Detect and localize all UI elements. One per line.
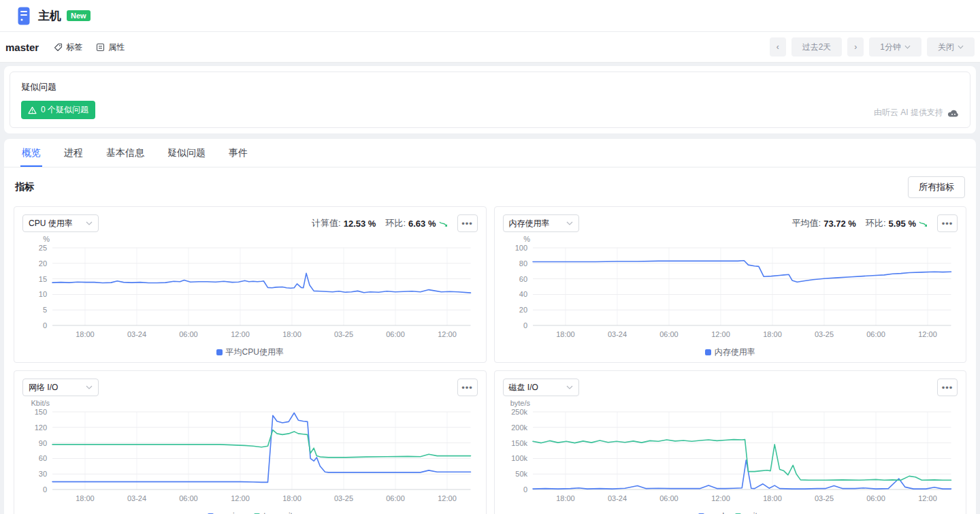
tab-processes[interactable]: 进程 bbox=[63, 139, 84, 167]
warning-icon bbox=[28, 106, 37, 114]
tab-events[interactable]: 事件 bbox=[227, 139, 249, 167]
app-header: 主机 New bbox=[0, 0, 980, 32]
svg-text:03-25: 03-25 bbox=[814, 494, 833, 502]
series-line-平均CPU使用率 bbox=[52, 273, 470, 293]
stat-value: 5.95 % bbox=[889, 219, 916, 229]
host-server-icon bbox=[18, 7, 30, 25]
svg-text:18:00: 18:00 bbox=[556, 494, 575, 502]
svg-text:18:00: 18:00 bbox=[282, 494, 301, 502]
svg-text:06:00: 06:00 bbox=[386, 494, 405, 502]
chart-header-cpu: CPU 使用率计算值:12.53 %环比:6.63 %••• bbox=[22, 214, 478, 233]
metric-select-memory[interactable]: 内存使用率 bbox=[503, 214, 579, 232]
svg-text:03-25: 03-25 bbox=[334, 494, 353, 502]
stat-value: 6.63 % bbox=[408, 219, 436, 229]
tab-suspected-issues[interactable]: 疑似问题 bbox=[166, 139, 207, 167]
tags-button[interactable]: 标签 bbox=[54, 42, 82, 53]
legend-label: transmit bbox=[263, 511, 293, 514]
more-options-button[interactable]: ••• bbox=[937, 214, 958, 232]
chart-card-cpu: CPU 使用率计算值:12.53 %环比:6.63 %•••%18:0003-2… bbox=[14, 206, 487, 363]
svg-text:80: 80 bbox=[519, 259, 527, 268]
svg-text:0: 0 bbox=[523, 321, 527, 330]
tags-label: 标签 bbox=[66, 42, 82, 53]
time-controls: ‹ 过去2天 › 1分钟 关闭 bbox=[770, 37, 975, 57]
svg-text:15: 15 bbox=[39, 275, 47, 283]
chevron-down-icon bbox=[566, 385, 573, 389]
svg-text:18:00: 18:00 bbox=[76, 330, 95, 338]
metric-select-cpu[interactable]: CPU 使用率 bbox=[22, 214, 99, 232]
stat-label: 环比: bbox=[866, 217, 886, 229]
metric-select-disk-io[interactable]: 磁盘 I/O bbox=[503, 379, 579, 396]
legend-label: receive bbox=[217, 511, 244, 514]
svg-text:%: % bbox=[43, 235, 50, 243]
legend-item-receive[interactable]: receive bbox=[208, 511, 244, 514]
tag-icon bbox=[54, 43, 63, 52]
chart-header-right: ••• bbox=[937, 379, 958, 396]
suspected-issues-title: 疑似问题 bbox=[21, 81, 959, 93]
more-options-button[interactable]: ••• bbox=[937, 379, 958, 396]
new-badge: New bbox=[67, 10, 91, 21]
attributes-icon bbox=[96, 43, 105, 52]
time-prev-button[interactable]: ‹ bbox=[770, 37, 786, 57]
all-metrics-button[interactable]: 所有指标 bbox=[908, 176, 965, 198]
legend-item-内存使用率[interactable]: 内存使用率 bbox=[705, 347, 755, 358]
svg-text:10: 10 bbox=[39, 290, 47, 298]
attributes-button[interactable]: 属性 bbox=[96, 42, 125, 53]
svg-text:06:00: 06:00 bbox=[866, 330, 885, 338]
suspected-issues-card: 疑似问题 0 个疑似问题 由听云 AI 提供支持 bbox=[4, 66, 976, 133]
svg-text:18:00: 18:00 bbox=[763, 330, 782, 338]
legend-item-write[interactable]: write bbox=[735, 511, 762, 514]
tab-basic-info[interactable]: 基本信息 bbox=[105, 139, 146, 167]
svg-text:Kbit/s: Kbit/s bbox=[31, 399, 50, 407]
svg-text:06:00: 06:00 bbox=[386, 330, 405, 338]
chevron-down-icon bbox=[958, 45, 964, 49]
host-name: master bbox=[5, 42, 39, 53]
svg-text:%: % bbox=[523, 235, 530, 243]
more-options-button[interactable]: ••• bbox=[457, 214, 478, 232]
metric-select-label: 网络 I/O bbox=[29, 382, 58, 393]
svg-text:03-24: 03-24 bbox=[127, 330, 146, 338]
series-line-read bbox=[533, 460, 951, 489]
legend-swatch bbox=[216, 349, 223, 355]
legend-item-read[interactable]: read bbox=[698, 511, 724, 514]
chart-header-right: ••• bbox=[457, 379, 478, 396]
chart-header-right: 平均值:73.72 %环比:5.95 %••• bbox=[792, 214, 958, 232]
svg-text:18:00: 18:00 bbox=[76, 494, 95, 502]
svg-text:25: 25 bbox=[39, 244, 47, 252]
svg-text:03-24: 03-24 bbox=[127, 494, 146, 502]
metrics-title: 指标 bbox=[15, 181, 34, 193]
tab-overview[interactable]: 概览 bbox=[20, 139, 42, 167]
attributes-label: 属性 bbox=[108, 42, 125, 53]
chart-legend-disk-io: readwrite bbox=[503, 510, 958, 514]
chart-legend-memory: 内存使用率 bbox=[503, 346, 958, 358]
legend-label: 内存使用率 bbox=[715, 347, 755, 358]
svg-text:12:00: 12:00 bbox=[231, 494, 250, 502]
metric-select-label: 磁盘 I/O bbox=[509, 382, 538, 393]
metric-select-label: 内存使用率 bbox=[509, 218, 550, 229]
svg-text:12:00: 12:00 bbox=[918, 330, 937, 338]
close-select[interactable]: 关闭 bbox=[927, 37, 975, 57]
svg-text:byte/s: byte/s bbox=[510, 399, 530, 407]
svg-text:06:00: 06:00 bbox=[659, 330, 679, 338]
more-options-button[interactable]: ••• bbox=[457, 379, 478, 396]
time-next-button[interactable]: › bbox=[847, 37, 864, 57]
metric-select-label: CPU 使用率 bbox=[29, 218, 73, 229]
svg-text:12:00: 12:00 bbox=[231, 330, 250, 338]
series-line-transmit bbox=[52, 430, 470, 457]
metric-select-network-io[interactable]: 网络 I/O bbox=[22, 379, 99, 396]
svg-text:18:00: 18:00 bbox=[556, 330, 575, 338]
toolbar: master 标签 属性 ‹ 过去2天 › 1分钟 关闭 bbox=[0, 32, 980, 63]
chevron-down-icon bbox=[86, 221, 93, 225]
interval-select[interactable]: 1分钟 bbox=[869, 37, 921, 57]
svg-text:100: 100 bbox=[514, 244, 527, 252]
svg-text:18:00: 18:00 bbox=[282, 330, 301, 338]
chart-canvas-cpu: %18:0003-2406:0012:0018:0003-2506:0012:0… bbox=[22, 234, 478, 346]
svg-text:0: 0 bbox=[43, 485, 47, 494]
legend-item-transmit[interactable]: transmit bbox=[254, 511, 293, 514]
chart-canvas-memory: %18:0003-2406:0012:0018:0003-2506:0012:0… bbox=[503, 234, 958, 346]
issue-count-badge[interactable]: 0 个疑似问题 bbox=[21, 101, 95, 119]
time-range-button[interactable]: 过去2天 bbox=[791, 37, 843, 57]
svg-text:5: 5 bbox=[43, 306, 47, 314]
svg-text:06:00: 06:00 bbox=[179, 494, 198, 502]
metrics-header: 指标 所有指标 bbox=[4, 167, 976, 206]
legend-item-平均CPU使用率[interactable]: 平均CPU使用率 bbox=[216, 347, 284, 358]
